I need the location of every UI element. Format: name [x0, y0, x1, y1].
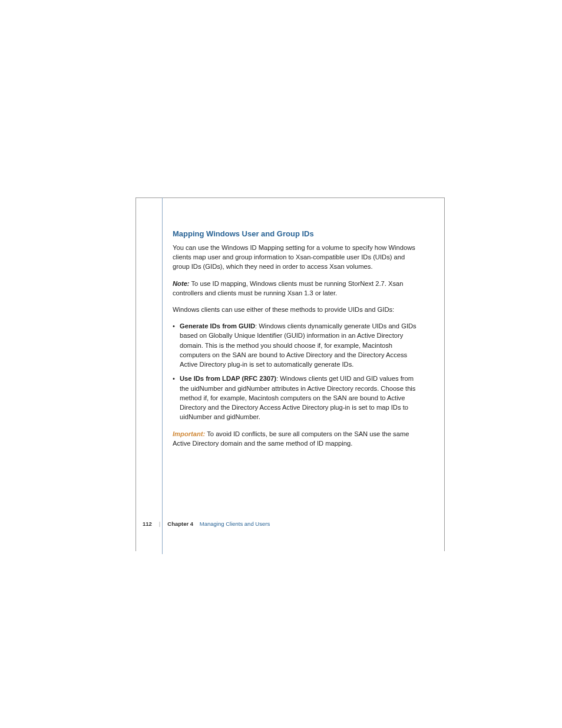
important-text: To avoid ID conflicts, be sure all compu… [173, 430, 409, 447]
section-heading: Mapping Windows User and Group IDs [173, 229, 420, 240]
list-item: Generate IDs from GUID: Windows clients … [173, 321, 420, 369]
bullet-bold: Use IDs from LDAP (RFC 2307) [180, 375, 276, 382]
page-number: 112 [143, 521, 152, 527]
important-paragraph: Important: To avoid ID conflicts, be sur… [173, 429, 420, 448]
side-accent-line [162, 197, 163, 554]
chapter-info: Chapter 4 Managing Clients and Users [167, 521, 270, 527]
list-item: Use IDs from LDAP (RFC 2307): Windows cl… [173, 374, 420, 421]
methods-list: Generate IDs from GUID: Windows clients … [173, 321, 420, 421]
footer-divider: | [159, 521, 160, 527]
page-footer: 112 | Chapter 4 Managing Clients and Use… [143, 521, 270, 527]
note-text: To use ID mapping, Windows clients must … [173, 280, 404, 297]
methods-intro: Windows clients can use either of these … [173, 305, 420, 314]
intro-paragraph: You can use the Windows ID Mapping setti… [173, 243, 420, 272]
chapter-title: Managing Clients and Users [200, 521, 270, 527]
important-label: Important: [173, 430, 205, 437]
note-paragraph: Note: To use ID mapping, Windows clients… [173, 279, 420, 298]
chapter-label: Chapter 4 [167, 521, 193, 527]
note-label: Note: [173, 280, 190, 287]
page-content: Mapping Windows User and Group IDs You c… [173, 229, 420, 455]
bullet-bold: Generate IDs from GUID [180, 322, 255, 330]
